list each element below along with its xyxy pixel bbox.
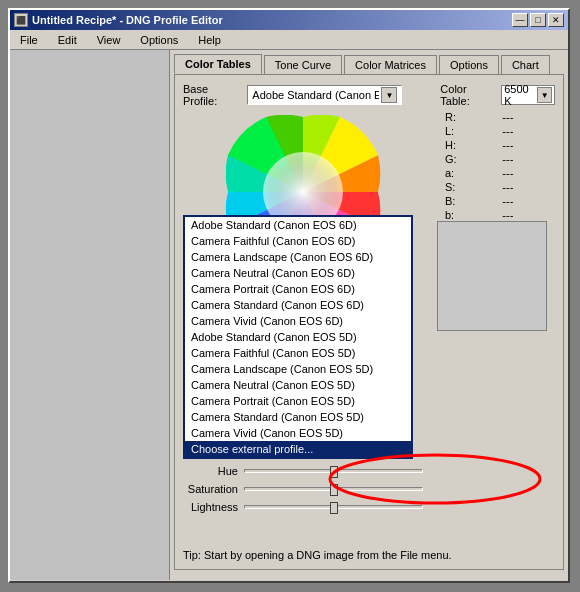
window-title: Untitled Recipe* - DNG Profile Editor (32, 14, 223, 26)
menu-file[interactable]: File (14, 32, 44, 48)
dropdown-item-12[interactable]: Camera Standard (Canon EOS 5D) (185, 409, 411, 425)
a-value: --- (502, 167, 555, 179)
b-value: --- (502, 195, 555, 207)
base-profile-label: Base Profile: (183, 83, 239, 107)
color-table-value: 6500 K (504, 83, 535, 107)
hue-slider-track[interactable] (244, 469, 423, 473)
saturation-slider-thumb[interactable] (330, 484, 338, 496)
s-label: S: (445, 181, 498, 193)
menubar: File Edit View Options Help (10, 30, 568, 50)
right-panel: Color Tables Tone Curve Color Matrices O… (170, 50, 568, 580)
base-profile-select[interactable]: Adobe Standard (Canon EOS 6 ▼ (247, 85, 402, 105)
b-label: B: (445, 195, 498, 207)
lightness-slider-row: Lightness (183, 501, 423, 513)
tab-options[interactable]: Options (439, 55, 499, 74)
titlebar: ⬛ Untitled Recipe* - DNG Profile Editor … (10, 10, 568, 30)
minimize-button[interactable]: — (512, 13, 528, 27)
menu-view[interactable]: View (91, 32, 127, 48)
hue-slider-row: Hue (183, 465, 423, 477)
h-label: H: (445, 139, 498, 151)
sidebar (10, 50, 170, 580)
main-window: ⬛ Untitled Recipe* - DNG Profile Editor … (8, 8, 570, 583)
a-label: a: (445, 167, 498, 179)
profile-dropdown[interactable]: Adobe Standard (Canon EOS 6D) Camera Fai… (183, 215, 413, 459)
g-label: G: (445, 153, 498, 165)
menu-help[interactable]: Help (192, 32, 227, 48)
lightness-label: Lightness (183, 501, 238, 513)
stats-panel: R: --- L: --- H: --- G: --- a: --- S: --… (445, 111, 555, 243)
hue-label: Hue (183, 465, 238, 477)
r-value: --- (502, 111, 555, 123)
dropdown-item-11[interactable]: Camera Portrait (Canon EOS 5D) (185, 393, 411, 409)
tip-text: Tip: Start by opening a DNG image from t… (183, 549, 452, 561)
saturation-label: Saturation (183, 483, 238, 495)
dropdown-item-3[interactable]: Camera Neutral (Canon EOS 6D) (185, 265, 411, 281)
panel-content: Base Profile: Adobe Standard (Canon EOS … (174, 74, 564, 570)
saturation-slider-row: Saturation (183, 483, 423, 495)
maximize-button[interactable]: □ (530, 13, 546, 27)
saturation-slider-track[interactable] (244, 487, 423, 491)
tab-color-tables[interactable]: Color Tables (174, 54, 262, 74)
dropdown-item-6[interactable]: Camera Vivid (Canon EOS 6D) (185, 313, 411, 329)
dropdown-item-2[interactable]: Camera Landscape (Canon EOS 6D) (185, 249, 411, 265)
base-profile-arrow[interactable]: ▼ (381, 87, 397, 103)
b2-value: --- (502, 209, 555, 221)
stats-grid: R: --- L: --- H: --- G: --- a: --- S: --… (445, 111, 555, 235)
color-table-arrow[interactable]: ▼ (537, 87, 552, 103)
g-value: --- (502, 153, 555, 165)
b2-label: b: (445, 209, 498, 221)
r-label: R: (445, 111, 498, 123)
profile-row: Base Profile: Adobe Standard (Canon EOS … (183, 83, 555, 107)
main-content: Color Tables Tone Curve Color Matrices O… (10, 50, 568, 580)
titlebar-buttons: — □ ✕ (512, 13, 564, 27)
menu-edit[interactable]: Edit (52, 32, 83, 48)
sliders-section: Hue Saturation Lightness (183, 465, 423, 519)
hue-slider-thumb[interactable] (330, 466, 338, 478)
dropdown-item-10[interactable]: Camera Neutral (Canon EOS 5D) (185, 377, 411, 393)
tab-color-matrices[interactable]: Color Matrices (344, 55, 437, 74)
tab-chart[interactable]: Chart (501, 55, 550, 74)
color-wheel-section: Adobe Standard (Canon EOS 6D) Camera Fai… (183, 115, 423, 435)
dropdown-item-7[interactable]: Adobe Standard (Canon EOS 5D) (185, 329, 411, 345)
dropdown-item-0[interactable]: Adobe Standard (Canon EOS 6D) (185, 217, 411, 233)
s-value: --- (502, 181, 555, 193)
l-value: --- (502, 125, 555, 137)
tab-tone-curve[interactable]: Tone Curve (264, 55, 342, 74)
dropdown-item-1[interactable]: Camera Faithful (Canon EOS 6D) (185, 233, 411, 249)
dropdown-item-13[interactable]: Camera Vivid (Canon EOS 5D) (185, 425, 411, 441)
dropdown-item-4[interactable]: Camera Portrait (Canon EOS 6D) (185, 281, 411, 297)
dropdown-item-9[interactable]: Camera Landscape (Canon EOS 5D) (185, 361, 411, 377)
h-value: --- (502, 139, 555, 151)
dropdown-item-8[interactable]: Camera Faithful (Canon EOS 5D) (185, 345, 411, 361)
close-button[interactable]: ✕ (548, 13, 564, 27)
preview-box (437, 221, 547, 331)
titlebar-left: ⬛ Untitled Recipe* - DNG Profile Editor (14, 13, 223, 27)
base-profile-value: Adobe Standard (Canon EOS 6 (252, 89, 379, 101)
dropdown-item-5[interactable]: Camera Standard (Canon EOS 6D) (185, 297, 411, 313)
dropdown-item-choose-external[interactable]: Choose external profile... (185, 441, 411, 457)
lightness-slider-track[interactable] (244, 505, 423, 509)
l-label: L: (445, 125, 498, 137)
color-table-label: Color Table: (440, 83, 493, 107)
tab-strip: Color Tables Tone Curve Color Matrices O… (174, 54, 564, 74)
dropdown-list[interactable]: Adobe Standard (Canon EOS 6D) Camera Fai… (185, 217, 411, 457)
app-icon: ⬛ (14, 13, 28, 27)
lightness-slider-thumb[interactable] (330, 502, 338, 514)
menu-options[interactable]: Options (134, 32, 184, 48)
color-table-select[interactable]: 6500 K ▼ (501, 85, 555, 105)
